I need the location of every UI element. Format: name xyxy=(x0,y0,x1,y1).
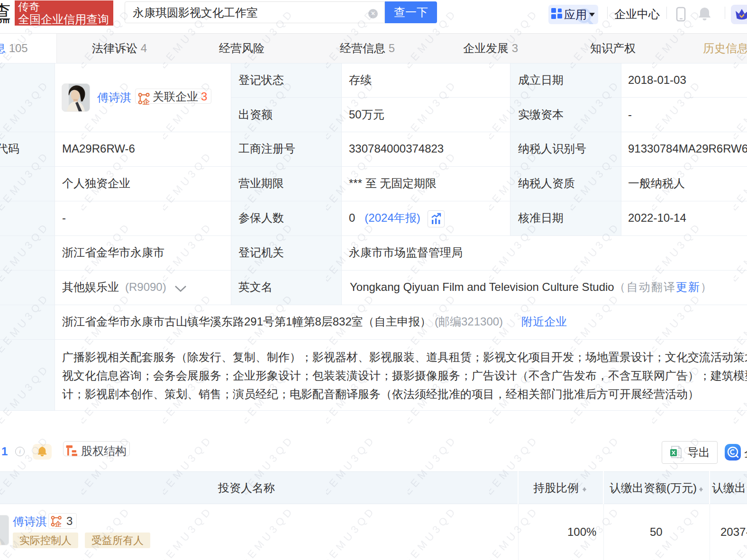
svg-text:企: 企 xyxy=(142,98,150,105)
svg-text:企: 企 xyxy=(55,520,62,527)
